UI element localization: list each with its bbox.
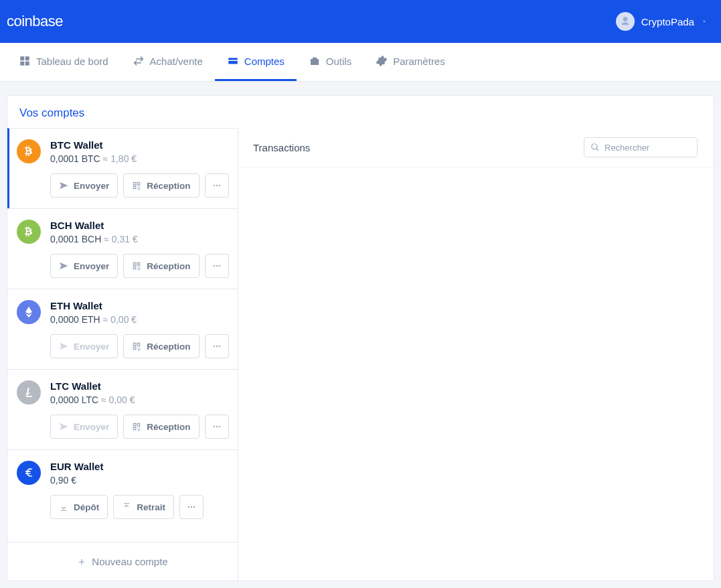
account-balance: 0,0001 BCH ≈ 0,31 €: [50, 234, 229, 244]
receive-button[interactable]: Réception: [123, 173, 199, 198]
transactions-title: Transactions: [253, 142, 310, 153]
eur-icon: [17, 461, 41, 485]
tab-tools[interactable]: Outils: [297, 43, 364, 81]
tab-label: Tableau de bord: [36, 56, 108, 67]
send-icon: [59, 261, 68, 271]
button-label: Réception: [147, 422, 190, 432]
receive-button[interactable]: Réception: [123, 254, 199, 278]
accounts-scroll[interactable]: BTC Wallet0,0001 BTC ≈ 1,80 €EnvoyerRéce…: [7, 128, 238, 542]
account-balance: 0,0000 LTC ≈ 0,00 €: [50, 394, 229, 405]
more-button[interactable]: [205, 415, 229, 439]
receive-icon: [132, 181, 141, 190]
search-icon: [590, 143, 600, 152]
tab-label: Comptes: [244, 56, 285, 67]
more-button[interactable]: [205, 254, 229, 278]
new-account-button[interactable]: Nouveau compte: [7, 542, 238, 581]
account-approx: ≈ 0,00 €: [98, 394, 135, 405]
new-account-label: Nouveau compte: [92, 556, 167, 567]
tab-label: Achat/vente: [150, 56, 203, 67]
deposit-icon: [59, 502, 68, 512]
tab-buysell[interactable]: Achat/vente: [121, 43, 215, 81]
account-balance: 0,0001 BTC ≈ 1,80 €: [50, 153, 229, 164]
withdraw-button[interactable]: Retrait: [113, 495, 174, 519]
tab-label: Outils: [326, 56, 351, 67]
account-name: BCH Wallet: [50, 220, 229, 231]
toolbox-icon: [309, 55, 321, 67]
account-name: ETH Wallet: [50, 300, 229, 311]
account-ltc[interactable]: LTC Wallet0,0000 LTC ≈ 0,00 €EnvoyerRéce…: [7, 369, 238, 449]
account-approx: ≈ 0,00 €: [100, 314, 137, 325]
send-icon: [59, 181, 68, 190]
account-balance: 0,90 €: [50, 475, 228, 486]
send-button[interactable]: Envoyer: [50, 254, 118, 278]
send-button: Envoyer: [50, 334, 118, 358]
accounts-column: BTC Wallet0,0001 BTC ≈ 1,80 €EnvoyerRéce…: [7, 128, 238, 581]
receive-icon: [132, 261, 141, 271]
receive-button[interactable]: Réception: [123, 334, 199, 358]
send-button[interactable]: Envoyer: [50, 173, 118, 198]
account-balance: 0,0000 ETH ≈ 0,00 €: [50, 314, 229, 325]
transactions-body[interactable]: [238, 167, 714, 581]
button-label: Envoyer: [74, 261, 109, 271]
account-eth[interactable]: ETH Wallet0,0000 ETH ≈ 0,00 €EnvoyerRéce…: [7, 289, 238, 369]
deposit-button[interactable]: Dépôt: [50, 495, 108, 519]
more-icon: [212, 422, 222, 431]
send-button: Envoyer: [50, 415, 118, 439]
account-approx: ≈ 0,31 €: [101, 234, 137, 244]
bch-icon: [17, 220, 41, 244]
panel-title: Vos comptes: [7, 96, 714, 128]
username: CryptoPada: [641, 16, 694, 27]
logo: coinbase: [7, 13, 63, 30]
more-button[interactable]: [179, 495, 204, 519]
send-icon: [59, 342, 68, 351]
button-label: Envoyer: [74, 181, 109, 191]
button-label: Dépôt: [74, 502, 99, 512]
tab-settings[interactable]: Paramètres: [364, 43, 457, 81]
more-icon: [212, 261, 222, 271]
more-icon: [187, 502, 196, 512]
button-label: Réception: [147, 261, 190, 271]
tab-label: Paramètres: [393, 56, 445, 67]
tab-accounts[interactable]: Comptes: [215, 43, 297, 81]
button-label: Retrait: [137, 502, 165, 512]
account-name: LTC Wallet: [50, 380, 229, 392]
account-bch[interactable]: BCH Wallet0,0001 BCH ≈ 0,31 €EnvoyerRéce…: [7, 208, 238, 289]
account-name: BTC Wallet: [50, 139, 229, 151]
grid-icon: [19, 55, 31, 67]
button-label: Réception: [147, 181, 190, 191]
search-input[interactable]: [584, 137, 698, 157]
user-menu[interactable]: CryptoPada: [616, 12, 708, 31]
transactions-header: Transactions: [238, 128, 714, 167]
gear-icon: [376, 55, 388, 67]
chevron-down-icon: [701, 18, 708, 25]
tab-dashboard[interactable]: Tableau de bord: [7, 43, 121, 81]
receive-icon: [132, 342, 141, 351]
btc-icon: [17, 139, 41, 163]
more-icon: [212, 342, 222, 351]
more-button[interactable]: [205, 173, 229, 198]
account-btc[interactable]: BTC Wallet0,0001 BTC ≈ 1,80 €EnvoyerRéce…: [7, 128, 238, 208]
accounts-panel: Vos comptes BTC Wallet0,0001 BTC ≈ 1,80 …: [7, 95, 714, 581]
button-label: Envoyer: [74, 422, 109, 432]
account-name: EUR Wallet: [50, 461, 228, 472]
avatar: [616, 12, 635, 31]
search-wrap: [584, 137, 698, 157]
eth-icon: [17, 300, 41, 324]
more-icon: [212, 181, 222, 190]
withdraw-icon: [122, 502, 131, 512]
wallet-icon: [227, 55, 239, 67]
receive-button[interactable]: Réception: [123, 415, 199, 439]
swap-icon: [133, 55, 145, 67]
transactions-column: Transactions: [238, 128, 714, 581]
ltc-icon: [17, 380, 41, 405]
more-button[interactable]: [205, 334, 229, 358]
page: Vos comptes BTC Wallet0,0001 BTC ≈ 1,80 …: [0, 82, 721, 588]
receive-icon: [132, 422, 141, 431]
topbar: coinbase CryptoPada: [0, 0, 721, 43]
account-approx: ≈ 1,80 €: [100, 153, 137, 164]
plus-icon: [77, 557, 86, 567]
button-label: Réception: [147, 342, 190, 352]
account-eur[interactable]: EUR Wallet0,90 €DépôtRetrait: [7, 449, 238, 530]
send-icon: [59, 422, 68, 431]
main-nav: Tableau de bord Achat/vente Comptes Outi…: [0, 43, 721, 82]
